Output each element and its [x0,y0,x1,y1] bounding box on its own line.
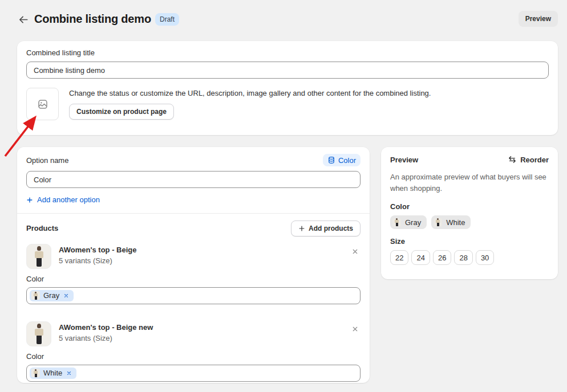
preview-color-label: Color [390,202,549,211]
swatch-label: Gray [405,218,421,227]
size-option-26[interactable]: 26 [433,250,451,265]
linked-option-badge[interactable]: Color [323,154,361,166]
combined-listing-title-input[interactable] [26,62,549,79]
product-row: AWomen's top - Beige new 5 variants (Siz… [26,321,361,346]
remove-product-button[interactable] [349,324,361,335]
color-swatch-white[interactable]: White [431,215,471,229]
linked-option-badge-label: Color [338,156,356,165]
preview-description: An approximate preview of what buyers wi… [390,172,549,194]
x-icon [351,325,359,333]
reorder-label: Reorder [520,156,549,164]
preview-card: Preview Reorder An approximate preview o… [381,147,558,279]
option-name-section: Option name Color Add another option [17,147,370,213]
product-option-label: Color [26,352,361,361]
size-option-30[interactable]: 30 [476,250,494,265]
arrow-left-icon [18,14,29,25]
product-row: AWomen's top - Beige 5 variants (Size) [26,244,361,269]
listing-customize-column: Change the status or customize the URL, … [69,88,431,120]
color-swatch-row: Gray White [390,215,549,229]
size-option-22[interactable]: 22 [390,250,408,265]
image-icon [37,99,48,110]
product-option-label: Color [26,275,361,283]
add-products-label: Add products [309,224,353,232]
x-icon [63,293,69,299]
option-name-input[interactable] [26,171,361,188]
size-option-28[interactable]: 28 [454,250,472,265]
listing-image-placeholder[interactable] [26,88,59,120]
product-option-value-input[interactable]: Gray [26,287,361,304]
product-title: AWomen's top - Beige new [59,323,153,332]
x-icon [351,248,359,255]
tag-label: Gray [43,291,59,300]
product-info: AWomen's top - Beige 5 variants (Size) [59,244,136,265]
remove-product-button[interactable] [349,246,361,258]
options-products-card: Option name Color Add another option Pro… [17,147,370,383]
swatch-thumbnail [434,218,442,227]
product-photo [35,246,43,267]
size-option-row: 22 24 26 28 30 [390,250,549,265]
plus-icon [298,225,305,232]
plus-icon [26,197,33,203]
color-swatch-gray[interactable]: Gray [390,215,427,229]
product-thumbnail [26,321,51,346]
add-another-option-link[interactable]: Add another option [26,195,100,204]
option-value-tag: Gray [30,290,74,301]
tag-thumbnail [31,369,40,377]
combined-listing-card: Combined listing title Change the status… [17,41,558,135]
tag-label: White [43,369,62,377]
remove-tag-button[interactable] [66,370,72,377]
swatch-label: White [446,218,465,227]
product-variants: 5 variants (Size) [59,334,153,342]
product-info: AWomen's top - Beige new 5 variants (Siz… [59,321,153,342]
x-icon [66,370,72,376]
products-heading: Products [26,224,58,232]
combined-listing-title-label: Combined listing title [26,48,549,57]
option-name-label: Option name [26,156,68,165]
listing-description: Change the status or customize the URL, … [69,89,431,97]
product-photo [35,324,43,344]
product-title: AWomen's top - Beige [59,246,136,254]
option-value-tag: White [30,368,76,379]
page-header: Combine listing demo Draft Preview [0,0,567,36]
remove-tag-button[interactable] [63,292,70,299]
page-title: Combine listing demo [34,13,151,26]
preview-button[interactable]: Preview [519,11,558,27]
size-option-24[interactable]: 24 [411,250,430,265]
listing-media-row: Change the status or customize the URL, … [26,88,549,120]
tag-thumbnail [31,291,40,300]
back-button[interactable] [17,13,30,26]
product-thumbnail [26,244,51,269]
product-option-value-input[interactable]: White [26,365,361,382]
products-section: Products Add products AWomen's top - Bei… [17,214,370,389]
preview-heading: Preview [390,156,418,164]
add-another-option-label: Add another option [37,195,100,204]
add-products-button[interactable]: Add products [291,220,361,236]
swatch-thumbnail [392,218,401,227]
database-icon [327,156,335,164]
customize-on-product-page-button[interactable]: Customize on product page [69,104,174,120]
swap-arrows-icon [508,155,517,164]
reorder-button[interactable]: Reorder [508,155,549,164]
preview-size-label: Size [390,237,549,246]
product-variants: 5 variants (Size) [59,256,136,265]
status-badge: Draft [155,13,179,26]
